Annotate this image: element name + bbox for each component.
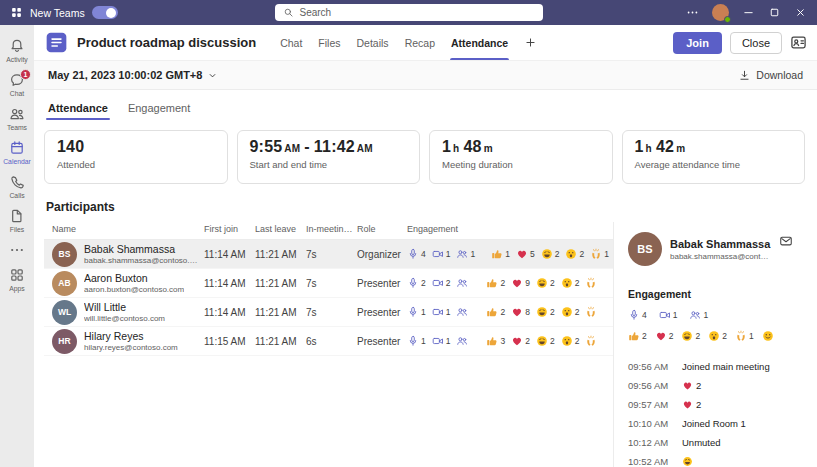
column-header[interactable]: Role bbox=[357, 224, 403, 234]
engagement-stat: 2 bbox=[561, 306, 580, 318]
sidebar-item-calendar[interactable]: Calendar bbox=[0, 135, 34, 169]
toggle-knob bbox=[106, 8, 116, 18]
sidebar-item-apps[interactable]: Apps bbox=[0, 262, 34, 296]
titlebar-more-icon[interactable] bbox=[686, 6, 699, 19]
clap-icon bbox=[590, 248, 602, 260]
timeline-time: 09:56 AM bbox=[628, 380, 674, 391]
column-header[interactable]: Last leave bbox=[255, 224, 302, 234]
sidebar-item-files[interactable]: Files bbox=[0, 203, 34, 237]
engagement-stat: 1 bbox=[407, 335, 426, 347]
laugh-icon bbox=[541, 248, 553, 260]
main-area: Product roadmap discussion ChatFilesDeta… bbox=[34, 25, 817, 467]
table-row[interactable]: WLWill Littlewill.little@contoso.com11:1… bbox=[44, 298, 613, 327]
teams-icon bbox=[9, 106, 25, 122]
table-row[interactable]: ABAaron Buxtonaaron.buxton@contoso.com11… bbox=[44, 269, 613, 298]
session-date-picker[interactable]: May 21, 2023 10:00:02 GMT+8 bbox=[48, 69, 218, 81]
engagement-reactions: 22221 bbox=[628, 330, 793, 341]
table-row[interactable]: HRHilary Reyeshilary.reyes@contoso.com11… bbox=[44, 327, 613, 356]
people-icon bbox=[456, 248, 468, 260]
tab-chat[interactable]: Chat bbox=[272, 25, 310, 60]
engagement-count: 2 bbox=[550, 336, 555, 346]
attendance-panel-icon[interactable] bbox=[790, 34, 807, 51]
report-tab-attendance[interactable]: Attendance bbox=[46, 100, 110, 120]
add-tab-icon[interactable] bbox=[524, 36, 537, 49]
engagement-cell: 113222 bbox=[407, 335, 613, 347]
engagement-count: 1 bbox=[749, 331, 754, 341]
column-header[interactable]: First join bbox=[204, 224, 251, 234]
maximize-button[interactable] bbox=[768, 6, 781, 19]
last-leave: 11:21 AM bbox=[255, 336, 302, 347]
table-row[interactable]: BSBabak Shammassababak.shammassa@contoso… bbox=[44, 240, 613, 269]
engagement-count: 2 bbox=[722, 331, 727, 341]
stat-label: Average attendance time bbox=[635, 159, 793, 170]
waffle-icon[interactable] bbox=[10, 6, 23, 19]
column-header[interactable]: Name bbox=[44, 224, 200, 234]
engagement-count: 1 bbox=[421, 307, 426, 317]
sidebar-item-label: Calls bbox=[9, 192, 24, 199]
stat-value: 1h42m bbox=[635, 138, 793, 156]
role: Organizer bbox=[357, 249, 403, 260]
titlebar-left: New Teams bbox=[10, 6, 118, 19]
like-icon bbox=[486, 306, 498, 318]
timeline-time: 10:10 AM bbox=[628, 418, 674, 429]
download-icon bbox=[738, 69, 751, 82]
participant-email: hilary.reyes@contoso.com bbox=[84, 343, 178, 352]
detail-email: babak.shammassa@contoso.com bbox=[670, 252, 771, 261]
timeline-event: Unmuted bbox=[682, 437, 721, 448]
search-placeholder: Search bbox=[300, 7, 332, 18]
engagement-count: 1 bbox=[703, 310, 708, 320]
app-layout: Activity1ChatTeamsCalendarCallsFilesApps… bbox=[0, 25, 817, 467]
engagement-metrics: 411 bbox=[628, 309, 793, 321]
heart-icon bbox=[682, 380, 693, 391]
engagement-stat: 2 bbox=[708, 330, 727, 341]
teams-window: New Teams Search Activity1ChatTeamsCalen… bbox=[0, 0, 817, 467]
in-meeting-duration: 7s bbox=[306, 278, 353, 289]
avatar: AB bbox=[52, 271, 77, 296]
tab-attendance[interactable]: Attendance bbox=[443, 25, 516, 60]
report-tab-engagement[interactable]: Engagement bbox=[126, 100, 192, 120]
engagement-count: 3 bbox=[500, 336, 505, 346]
tab-details[interactable]: Details bbox=[349, 25, 397, 60]
first-join: 11:14 AM bbox=[204, 249, 251, 260]
user-avatar[interactable] bbox=[712, 4, 729, 21]
sidebar-item-calls[interactable]: Calls bbox=[0, 169, 34, 203]
participant-email: will.little@contoso.com bbox=[84, 314, 165, 323]
minimize-button[interactable] bbox=[742, 6, 755, 19]
engagement-count: 1 bbox=[446, 336, 451, 346]
sidebar-item-more[interactable] bbox=[0, 237, 34, 262]
laugh-icon bbox=[536, 306, 548, 318]
timeline-entry: 10:52 AM bbox=[628, 456, 793, 467]
join-button[interactable]: Join bbox=[673, 32, 722, 54]
close-button[interactable]: Close bbox=[730, 32, 782, 54]
timeline-time: 09:56 AM bbox=[628, 361, 674, 372]
engagement-count: 5 bbox=[530, 249, 535, 259]
meeting-header: Product roadmap discussion ChatFilesDeta… bbox=[34, 25, 817, 60]
column-header[interactable]: In-meeting... bbox=[306, 224, 353, 234]
in-meeting-duration: 7s bbox=[306, 249, 353, 260]
engagement-stat: 2 bbox=[541, 248, 560, 260]
tab-files[interactable]: Files bbox=[310, 25, 348, 60]
search-bar[interactable]: Search bbox=[275, 4, 543, 21]
app-label: New Teams bbox=[30, 7, 85, 19]
mail-icon[interactable] bbox=[779, 234, 793, 248]
attendance-report: AttendanceEngagement 140Attended9:55AM-1… bbox=[34, 90, 817, 467]
sidebar-item-chat[interactable]: 1Chat bbox=[0, 67, 34, 101]
in-meeting-duration: 6s bbox=[306, 336, 353, 347]
camera-icon bbox=[432, 335, 444, 347]
download-button[interactable]: Download bbox=[738, 69, 803, 82]
column-header[interactable]: Engagement bbox=[407, 224, 613, 234]
like-icon bbox=[491, 248, 503, 260]
engagement-count: 2 bbox=[695, 331, 700, 341]
engagement-count: 1 bbox=[446, 307, 451, 317]
close-window-button[interactable] bbox=[794, 6, 807, 19]
engagement-count: 2 bbox=[550, 307, 555, 317]
participant-email: babak.shammassa@contoso.com bbox=[84, 256, 200, 265]
tab-recap[interactable]: Recap bbox=[397, 25, 443, 60]
sidebar-item-teams[interactable]: Teams bbox=[0, 101, 34, 135]
new-teams-toggle[interactable] bbox=[92, 6, 118, 19]
chevron-down-icon bbox=[207, 70, 218, 81]
sidebar-item-activity[interactable]: Activity bbox=[0, 33, 34, 67]
engagement-cell: 112822 bbox=[407, 306, 613, 318]
engagement-stat: 2 bbox=[536, 306, 555, 318]
engagement-stat: 4 bbox=[407, 248, 426, 260]
